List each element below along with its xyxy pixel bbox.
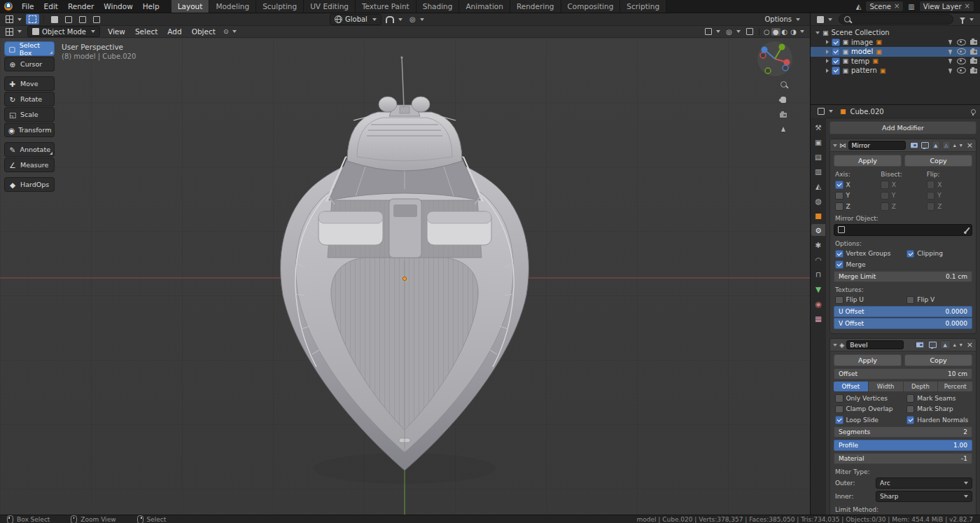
move-up-button[interactable]: ▴ xyxy=(953,342,957,348)
tab-object[interactable]: ■ xyxy=(811,209,825,221)
checkbox[interactable] xyxy=(881,202,889,211)
unlink-view-layer-icon[interactable]: × xyxy=(965,3,970,10)
tab-constraints[interactable]: ⊓ xyxy=(811,268,825,280)
render-visibility-icon[interactable] xyxy=(970,69,977,74)
expand-icon[interactable] xyxy=(826,40,829,44)
bevel-modifier-header[interactable]: ◈ ▲ ▴ ▾ × xyxy=(830,339,976,351)
clamp-overlap-checkbox[interactable]: Clamp Overlap xyxy=(835,405,906,414)
checkbox[interactable] xyxy=(835,405,844,414)
shading-solid-button[interactable]: ● xyxy=(771,28,780,36)
mirror-modifier-header[interactable]: ⋈ ▲ ◬ ▴ ▾ × xyxy=(830,139,976,152)
unlink-scene-icon[interactable]: × xyxy=(894,3,899,10)
loop-slide-checkbox[interactable]: Loop Slide xyxy=(835,416,906,424)
expand-icon[interactable] xyxy=(826,50,829,54)
material-field[interactable]: Material -1 xyxy=(834,453,972,464)
toggle-render-icon[interactable] xyxy=(910,141,918,150)
3d-viewport[interactable]: ▢Select Box ⊕Cursor ✚Move ↻Rotate ◱Scale… xyxy=(0,38,810,515)
toggle-editmode-icon[interactable]: ▲ xyxy=(940,340,951,349)
pin-icon[interactable] xyxy=(971,109,976,114)
checkbox[interactable] xyxy=(927,192,935,200)
toggle-realtime-icon[interactable] xyxy=(927,340,938,349)
miter-inner-dropdown[interactable]: Sharp xyxy=(876,491,972,502)
tool-hardops[interactable]: ◆HardOps xyxy=(4,177,55,192)
render-visibility-icon[interactable] xyxy=(970,50,977,55)
hide-eye-icon[interactable] xyxy=(957,48,966,55)
move-down-button[interactable]: ▾ xyxy=(959,342,963,348)
axis-y-checkbox[interactable]: Y xyxy=(835,192,881,200)
view-layer-selector[interactable]: View Layer × xyxy=(919,1,974,12)
width-type-depth[interactable]: Depth xyxy=(904,382,938,391)
miter-outer-dropdown[interactable]: Arc xyxy=(876,477,972,489)
pan-icon[interactable] xyxy=(780,97,786,103)
viewport-menu-object[interactable]: Object xyxy=(187,27,220,36)
tool-measure[interactable]: ∠Measure xyxy=(4,158,55,172)
workspace-tab-modeling[interactable]: Modeling xyxy=(209,0,256,13)
outliner-editor-type-button[interactable] xyxy=(814,14,835,25)
select-mode-new-button[interactable] xyxy=(48,14,61,25)
tool-cursor[interactable]: ⊕Cursor xyxy=(4,57,55,71)
outliner-row-temp[interactable]: ▣ temp ▣ xyxy=(811,57,980,67)
eyedropper-icon[interactable] xyxy=(965,227,969,232)
expand-icon[interactable] xyxy=(833,344,837,347)
workspace-tab-rendering[interactable]: Rendering xyxy=(510,0,561,13)
tab-output[interactable]: ▤ xyxy=(811,151,825,162)
outliner-row-scene-collection[interactable]: ▣ Scene Collection xyxy=(811,28,980,38)
render-visibility-icon[interactable] xyxy=(970,40,977,45)
checkbox[interactable] xyxy=(835,296,844,305)
outliner-row-model[interactable]: ▣ model ▣ xyxy=(811,47,980,57)
shading-rendered-button[interactable]: ◑ xyxy=(789,28,798,36)
copy-button[interactable]: Copy xyxy=(904,155,972,167)
shading-wireframe-button[interactable]: ○ xyxy=(762,28,771,36)
checkbox[interactable] xyxy=(927,181,935,189)
checkbox[interactable] xyxy=(927,202,935,211)
tab-modifiers[interactable]: ⚙ xyxy=(811,224,825,236)
apply-button[interactable]: Apply xyxy=(834,354,902,366)
collection-checkbox[interactable] xyxy=(832,39,840,47)
expand-icon[interactable] xyxy=(833,144,837,147)
collection-checkbox[interactable] xyxy=(832,57,840,66)
only-vertices-checkbox[interactable]: Only Vertices xyxy=(835,394,906,403)
checkbox[interactable] xyxy=(906,250,915,258)
snapping-toggle[interactable] xyxy=(383,14,405,25)
select-mode-invert-button[interactable] xyxy=(90,14,103,25)
toggle-realtime-icon[interactable] xyxy=(920,141,930,150)
merge-checkbox[interactable]: Merge xyxy=(835,260,906,269)
viewport-editor-type-button[interactable] xyxy=(3,27,24,37)
workspace-tab-layout[interactable]: Layout xyxy=(172,0,210,13)
checkbox[interactable] xyxy=(906,296,915,305)
tab-particles[interactable]: ✱ xyxy=(811,239,825,251)
editor-type-button[interactable] xyxy=(3,14,24,25)
tool-select-box[interactable]: ▢Select Box xyxy=(4,41,55,56)
blender-logo[interactable] xyxy=(0,0,17,13)
viewport-menu-select[interactable]: Select xyxy=(130,27,162,36)
outliner-filter-button[interactable] xyxy=(957,14,976,25)
toggle-editmode-icon[interactable]: ▲ xyxy=(932,141,940,150)
move-up-button[interactable]: ▴ xyxy=(953,142,957,148)
menu-render[interactable]: Render xyxy=(63,0,99,13)
expand-icon[interactable] xyxy=(826,59,829,63)
select-mode-subtract-button[interactable] xyxy=(76,14,89,25)
flip-u-checkbox[interactable]: Flip U xyxy=(835,296,906,305)
flip-z-checkbox[interactable]: Z xyxy=(927,202,972,211)
menu-help[interactable]: Help xyxy=(138,0,164,13)
workspace-tab-texture-paint[interactable]: Texture Paint xyxy=(356,0,416,13)
menu-edit[interactable]: Edit xyxy=(39,0,63,13)
checkbox[interactable] xyxy=(835,202,844,211)
checkbox[interactable] xyxy=(881,192,889,200)
shading-material-button[interactable]: ◐ xyxy=(780,28,790,36)
navigation-gizmo[interactable] xyxy=(757,41,793,78)
outliner-row-pattern[interactable]: ▣ pattern ▣ xyxy=(811,66,980,76)
checkbox[interactable] xyxy=(835,416,844,424)
bevel-offset-slider[interactable]: Offset 10 cm xyxy=(834,368,972,379)
tab-texture[interactable]: ▦ xyxy=(811,312,825,324)
modifier-name-input[interactable] xyxy=(846,340,904,349)
workspace-tab-sculpting[interactable]: Sculpting xyxy=(256,0,304,13)
clipping-checkbox[interactable]: Clipping xyxy=(906,250,972,258)
checkbox[interactable] xyxy=(835,192,844,200)
harden-normals-checkbox[interactable]: Harden Normals xyxy=(906,416,972,424)
selectable-icon[interactable] xyxy=(948,48,953,55)
xray-toggle[interactable] xyxy=(743,27,756,37)
width-type-offset[interactable]: Offset xyxy=(834,382,868,391)
camera-view-icon[interactable] xyxy=(780,113,787,118)
vertex-groups-checkbox[interactable]: Vertex Groups xyxy=(835,250,906,258)
